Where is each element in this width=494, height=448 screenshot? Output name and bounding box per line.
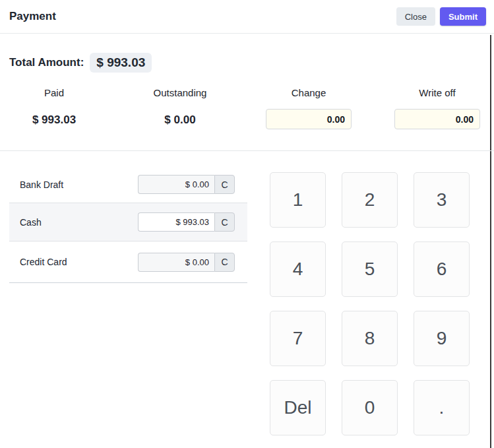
- amount-input-group: C: [138, 253, 235, 272]
- payment-method-label: Credit Card: [20, 257, 67, 267]
- numpad-key-5[interactable]: 5: [342, 241, 398, 297]
- write-off-input[interactable]: [394, 109, 480, 129]
- dialog-header: Payment Close Submit: [0, 0, 494, 34]
- change-input[interactable]: [266, 109, 352, 129]
- change-label: Change: [266, 86, 352, 99]
- total-amount-value: $ 993.03: [90, 53, 152, 73]
- write-off-label: Write off: [394, 86, 480, 99]
- outstanding-column: Outstanding $ 0.00: [134, 86, 226, 127]
- header-actions: Close Submit: [396, 7, 486, 26]
- bank-draft-clear-button[interactable]: C: [214, 175, 235, 194]
- amount-input-group: C: [138, 212, 235, 232]
- numpad: 1 2 3 4 5 6 7 8 9 Del 0 .: [270, 172, 470, 435]
- numpad-key-9[interactable]: 9: [414, 311, 470, 366]
- credit-card-clear-button[interactable]: C: [214, 253, 235, 272]
- paid-value: $ 993.03: [9, 113, 99, 127]
- bank-draft-amount-input[interactable]: [138, 175, 214, 194]
- paid-label: Paid: [9, 86, 99, 99]
- paid-column: Paid $ 993.03: [9, 86, 99, 127]
- scrollbar[interactable]: [490, 35, 491, 448]
- numpad-key-dot[interactable]: .: [414, 380, 470, 435]
- page-title: Payment: [9, 10, 56, 23]
- outstanding-label: Outstanding: [134, 86, 226, 99]
- section-divider: [0, 150, 494, 151]
- numpad-key-7[interactable]: 7: [270, 311, 326, 366]
- numpad-key-4[interactable]: 4: [270, 241, 326, 297]
- numpad-key-8[interactable]: 8: [342, 311, 398, 366]
- outstanding-value: $ 0.00: [134, 113, 226, 127]
- submit-button[interactable]: Submit: [440, 7, 486, 26]
- payment-row-cash[interactable]: Cash C: [9, 203, 247, 241]
- amount-input-group: C: [138, 175, 235, 194]
- total-amount-row: Total Amount: $ 993.03: [9, 53, 152, 73]
- numpad-key-del[interactable]: Del: [270, 380, 326, 435]
- payment-row-credit-card[interactable]: Credit Card C: [9, 241, 247, 283]
- numpad-key-2[interactable]: 2: [342, 172, 398, 228]
- close-button[interactable]: Close: [396, 7, 435, 26]
- payment-row-bank-draft[interactable]: Bank Draft C: [9, 166, 247, 203]
- change-column: Change: [266, 86, 352, 129]
- payment-method-label: Cash: [20, 217, 42, 228]
- numpad-key-6[interactable]: 6: [414, 241, 470, 297]
- numpad-key-1[interactable]: 1: [270, 172, 326, 228]
- payment-dialog: Payment Close Submit Total Amount: $ 993…: [0, 0, 494, 448]
- numpad-key-0[interactable]: 0: [342, 380, 398, 435]
- numpad-key-3[interactable]: 3: [414, 172, 470, 228]
- payment-method-list: Bank Draft C Cash C Credit Card C: [9, 166, 247, 283]
- payment-method-label: Bank Draft: [20, 179, 63, 190]
- cash-amount-input[interactable]: [138, 212, 214, 232]
- total-amount-label: Total Amount:: [9, 56, 84, 69]
- write-off-column: Write off: [394, 86, 480, 129]
- credit-card-amount-input[interactable]: [138, 253, 214, 272]
- cash-clear-button[interactable]: C: [214, 212, 235, 232]
